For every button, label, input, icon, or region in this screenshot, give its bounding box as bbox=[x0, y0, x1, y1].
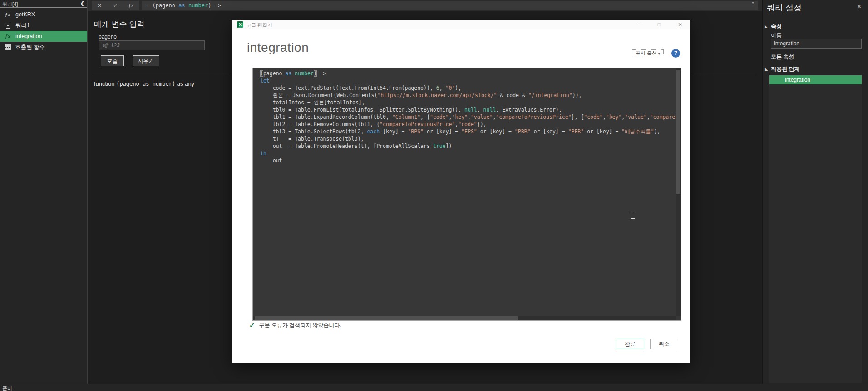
code-token: tbl3 = Table.SelectRows(tbl2, bbox=[260, 128, 367, 135]
code-token bbox=[185, 2, 188, 9]
applied-step-item[interactable]: integration bbox=[769, 75, 862, 84]
all-properties-link[interactable]: 모든 속성 bbox=[771, 53, 794, 61]
m-code-editor[interactable]: (pageno as number) =>let code = Text.Pad… bbox=[252, 68, 681, 321]
code-token: "배당수익률" bbox=[621, 128, 654, 135]
done-button[interactable]: 완료 bbox=[616, 339, 644, 349]
applied-steps-section-header[interactable]: ◢ 적용된 단계 bbox=[765, 65, 800, 73]
sidebar-item[interactable]: 호출된 함수 bbox=[0, 42, 87, 53]
formula-bar: ✕ ✓ ƒx = (pageno as number) => ▾ bbox=[88, 0, 762, 11]
code-token: , ExtraValues.Error), bbox=[496, 107, 562, 113]
sidebar-item[interactable]: ƒxgetKRX bbox=[0, 9, 87, 20]
collapse-pane-icon[interactable]: ❮ bbox=[80, 0, 84, 6]
code-token: , bbox=[439, 85, 446, 91]
code-token: ( bbox=[260, 70, 263, 77]
code-token: or [key] = bbox=[477, 128, 515, 135]
code-token: null bbox=[464, 107, 477, 113]
minimize-icon[interactable]: — bbox=[628, 22, 649, 27]
code-token: "BPS" bbox=[408, 128, 424, 135]
code-token: "/integration" bbox=[528, 92, 572, 98]
syntax-status: ✓ 구문 오류가 검색되지 않았습니다. bbox=[249, 321, 341, 329]
code-area: (pageno as number) =>let code = Text.Pad… bbox=[253, 68, 676, 316]
code-token: tT = Table.Transpose(tbl3), bbox=[260, 136, 364, 142]
mouse-ibeam-cursor bbox=[631, 212, 635, 219]
sidebar-item-label: 쿼리1 bbox=[15, 22, 30, 29]
code-token: code = Text.PadStart(Text.From(Int64.Fro… bbox=[260, 85, 436, 91]
query-list: ƒxgetKRX쿼리1ƒxintegration호출된 함수 bbox=[0, 9, 87, 53]
code-token: "compareToPreviousPrice" bbox=[380, 121, 455, 127]
display-options-label: 표시 옵션 bbox=[636, 50, 657, 56]
code-token: ) bbox=[314, 70, 317, 77]
queries-pane-title: 쿼리[4] bbox=[2, 1, 18, 8]
formula-expand-icon[interactable]: ▾ bbox=[752, 0, 754, 5]
power-query-editor-window: 쿼리[4] ❮ ƒxgetKRX쿼리1ƒxintegration호출된 함수 ✕… bbox=[0, 0, 868, 391]
code-token: out = Table.PromoteHeaders(tT, [PromoteA… bbox=[260, 143, 433, 149]
table-icon bbox=[5, 44, 11, 50]
code-token: "0" bbox=[446, 85, 455, 91]
code-token: tbl0 = Table.FromList(totalInfos, Splitt… bbox=[260, 107, 464, 113]
pageno-input[interactable]: 예: 123 bbox=[99, 40, 205, 50]
code-token: ), bbox=[654, 128, 661, 135]
code-token: , bbox=[477, 107, 483, 113]
formula-input[interactable]: = (pageno as number) => bbox=[142, 1, 758, 10]
close-pane-icon[interactable]: ✕ bbox=[857, 3, 862, 10]
applied-steps-list: integration bbox=[769, 75, 862, 383]
cancel-formula-icon[interactable]: ✕ bbox=[95, 2, 104, 9]
cancel-button[interactable]: 취소 bbox=[650, 339, 678, 349]
close-icon[interactable]: ✕ bbox=[670, 22, 690, 28]
chevron-down-icon: ▾ bbox=[658, 52, 660, 56]
invoke-button[interactable]: 호출 bbox=[101, 55, 124, 66]
code-token: null bbox=[483, 107, 496, 113]
code-line: in bbox=[260, 150, 676, 157]
code-line: code = Text.PadStart(Text.From(Int64.Fro… bbox=[260, 84, 676, 92]
code-token: or [key] = bbox=[424, 128, 461, 135]
code-token: "EPS" bbox=[461, 128, 477, 135]
maximize-icon[interactable]: □ bbox=[649, 22, 670, 27]
code-token: }, { bbox=[572, 114, 584, 120]
code-token: "value" bbox=[471, 114, 493, 120]
help-icon[interactable]: ? bbox=[671, 49, 680, 58]
code-line: tbl3 = Table.SelectRows(tbl2, each [key]… bbox=[260, 128, 676, 135]
sidebar-item[interactable]: 쿼리1 bbox=[0, 20, 87, 31]
dialog-titlebar[interactable]: X 고급 편집기 — □ ✕ bbox=[232, 20, 690, 29]
advanced-editor-dialog: X 고급 편집기 — □ ✕ integration 표시 옵션 ▾ ? (pa… bbox=[232, 20, 690, 363]
horizontal-scrollbar-thumb[interactable] bbox=[255, 316, 518, 320]
fx-icon[interactable]: ƒx bbox=[127, 2, 136, 9]
code-token: "https://m.stock.naver.com/api/stock/" bbox=[377, 92, 497, 98]
commit-formula-icon[interactable]: ✓ bbox=[111, 2, 120, 9]
code-line: 원본 = Json.Document(Web.Contents("https:/… bbox=[260, 92, 676, 99]
code-token: number bbox=[295, 70, 314, 77]
function-signature: function (pageno as number) as any bbox=[94, 80, 194, 87]
code-token: pageno bbox=[263, 70, 285, 77]
code-token: each bbox=[367, 128, 380, 135]
code-token: ), bbox=[455, 85, 461, 91]
code-token: "compareToPreviousPrice" bbox=[496, 114, 571, 120]
query-name-input[interactable]: integration bbox=[771, 39, 862, 49]
display-options-dropdown[interactable]: 표시 옵션 ▾ bbox=[632, 49, 664, 57]
check-icon: ✓ bbox=[249, 321, 255, 329]
vertical-scrollbar-thumb[interactable] bbox=[676, 70, 680, 194]
query-settings-pane: 쿼리 설정 ✕ ◢ 속성 이름 integration 모든 속성 ◢ 적용된 … bbox=[762, 0, 868, 384]
code-token: "key" bbox=[452, 114, 468, 120]
properties-section-header[interactable]: ◢ 속성 bbox=[765, 23, 782, 30]
code-token: ]) bbox=[446, 143, 452, 149]
code-token: => bbox=[317, 70, 326, 77]
fx-icon: ƒx bbox=[4, 33, 11, 40]
code-line: tT = Table.Transpose(tbl3), bbox=[260, 135, 676, 142]
sidebar-item[interactable]: ƒxintegration bbox=[0, 31, 87, 42]
expand-triangle-icon: ◢ bbox=[765, 24, 768, 29]
code-line: let bbox=[260, 77, 676, 84]
code-token: tbl1 = Table.ExpandRecordColumn(tbl0, bbox=[260, 114, 392, 120]
parameter-entry-title: 매개 변수 입력 bbox=[94, 19, 144, 29]
vertical-scrollbar[interactable] bbox=[676, 68, 681, 316]
horizontal-scrollbar[interactable] bbox=[253, 316, 676, 320]
code-token: , bbox=[468, 114, 471, 120]
code-token: , bbox=[647, 114, 650, 120]
code-line: (pageno as number) => bbox=[260, 70, 676, 77]
code-token: , bbox=[603, 114, 606, 120]
clear-button[interactable]: 지우기 bbox=[133, 55, 159, 66]
code-token: in bbox=[260, 150, 266, 156]
code-token: = (pageno bbox=[146, 2, 178, 9]
queries-pane-header: 쿼리[4] ❮ bbox=[0, 0, 87, 8]
code-line: totalInfos = 원본[totalInfos], bbox=[260, 99, 676, 106]
code-token: "key" bbox=[606, 114, 622, 120]
